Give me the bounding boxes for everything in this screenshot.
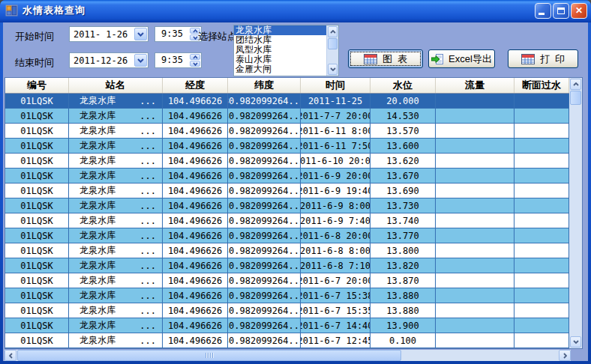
table-cell: 30.982099264... bbox=[228, 333, 301, 348]
print-button[interactable]: 打 印 bbox=[508, 49, 578, 68]
end-date-dropdown-icon[interactable] bbox=[134, 54, 147, 67]
station-listbox[interactable]: 龙泉水库 团结水库 凤型水库 泰山水库 金雁大闸 bbox=[233, 25, 339, 76]
table-row[interactable]: 01LQSK龙泉水库...104.49662630.982099264...20… bbox=[5, 303, 569, 318]
grid-vertical-scrollbar[interactable] bbox=[569, 78, 582, 348]
table-cell: 01LQSK bbox=[5, 273, 69, 288]
minimize-icon bbox=[538, 13, 544, 15]
table-row[interactable]: 01LQSK龙泉水库...104.49662630.982099264...20… bbox=[5, 273, 569, 288]
spinner-down-icon[interactable] bbox=[190, 61, 200, 67]
table-row[interactable]: 01LQSK龙泉水库...104.49662630.982099264...20… bbox=[5, 139, 569, 154]
table-cell bbox=[514, 333, 569, 348]
table-cell: 01LQSK bbox=[5, 228, 69, 243]
table-cell: 龙泉水库... bbox=[69, 303, 163, 318]
table-cell bbox=[514, 288, 569, 303]
table-row[interactable]: 01LQSK龙泉水库...104.49662630.982099264...20… bbox=[5, 124, 569, 139]
table-cell: 龙泉水库... bbox=[69, 258, 163, 273]
table-cell: 13.900 bbox=[370, 318, 436, 333]
start-time-spinner[interactable]: 9:35 bbox=[154, 26, 202, 42]
table-cell bbox=[514, 124, 569, 139]
maximize-button[interactable] bbox=[553, 3, 569, 19]
table-cell: 龙泉水库... bbox=[69, 169, 163, 183]
table-cell: 13.880 bbox=[370, 303, 436, 318]
table-row[interactable]: 01LQSK龙泉水库...104.49662630.982099264...20… bbox=[5, 109, 569, 124]
table-row[interactable]: 01LQSK龙泉水库...104.49662630.982099264...20… bbox=[5, 198, 569, 213]
column-header[interactable]: 流量 bbox=[436, 78, 514, 93]
table-cell bbox=[514, 318, 569, 333]
table-cell: 30.982099264... bbox=[228, 258, 301, 273]
table-cell: 2011-6-8 8:00 bbox=[301, 243, 370, 258]
start-date-picker[interactable]: 2011- 1-26 bbox=[69, 26, 148, 42]
start-date-dropdown-icon[interactable] bbox=[134, 28, 147, 40]
table-cell: 30.982099264... bbox=[228, 213, 301, 228]
table-cell: 30.982099264... bbox=[228, 124, 301, 139]
table-cell: 01LQSK bbox=[5, 333, 69, 348]
column-header[interactable]: 断面过水 bbox=[514, 78, 569, 93]
table-cell: 30.982099264... bbox=[228, 94, 301, 109]
table-cell: 2011-11-25 bbox=[301, 94, 370, 109]
table-cell: 13.800 bbox=[370, 243, 436, 258]
end-time-spinner[interactable]: 9:35 bbox=[154, 52, 202, 68]
excel-export-button[interactable]: Excel导出 bbox=[428, 49, 495, 68]
end-date-picker[interactable]: 2011-12-26 bbox=[69, 52, 148, 68]
table-cell: 104.496626 bbox=[163, 124, 228, 139]
column-header[interactable]: 经度 bbox=[163, 78, 228, 93]
listbox-scrollbar[interactable] bbox=[326, 25, 338, 76]
table-row[interactable]: 01LQSK龙泉水库...104.49662630.982099264...20… bbox=[5, 169, 569, 183]
table-cell bbox=[436, 288, 514, 303]
table-cell: 0.100 bbox=[370, 333, 436, 348]
table-row[interactable]: 01LQSK龙泉水库...104.49662630.982099264...20… bbox=[5, 183, 569, 198]
column-header[interactable]: 纬度 bbox=[228, 78, 301, 93]
table-row[interactable]: 01LQSK龙泉水库...104.49662630.982099264...20… bbox=[5, 333, 569, 348]
scroll-down-icon[interactable] bbox=[328, 64, 338, 75]
table-cell bbox=[436, 333, 514, 348]
column-header[interactable]: 站名 bbox=[69, 78, 163, 93]
table-row[interactable]: 01LQSK龙泉水库...104.49662630.982099264...20… bbox=[5, 94, 569, 109]
table-cell: 2011-6-7 15:35 bbox=[301, 303, 370, 318]
table-row[interactable]: 01LQSK龙泉水库...104.49662630.982099264...20… bbox=[5, 318, 569, 333]
table-row[interactable]: 01LQSK龙泉水库...104.49662630.982099264...20… bbox=[5, 213, 569, 228]
table-cell: 30.982099264... bbox=[228, 243, 301, 258]
scrollbar-thumb[interactable] bbox=[17, 350, 401, 361]
scrollbar-thumb[interactable] bbox=[570, 91, 581, 105]
scroll-up-icon[interactable] bbox=[328, 26, 338, 37]
app-window: 水情表格查询 ✕ 开始时间 2011- 1-26 9:35 结束时间 2011-… bbox=[0, 0, 591, 364]
table-cell: 13.690 bbox=[370, 183, 436, 198]
table-row[interactable]: 01LQSK龙泉水库...104.49662630.982099264...20… bbox=[5, 258, 569, 273]
list-item-station[interactable]: 金雁大闸 bbox=[234, 64, 326, 74]
scroll-left-icon[interactable] bbox=[4, 350, 16, 361]
column-header[interactable]: 时间 bbox=[301, 78, 370, 93]
table-row[interactable]: 01LQSK龙泉水库...104.49662630.982099264...20… bbox=[5, 288, 569, 303]
scroll-down-icon[interactable] bbox=[570, 336, 581, 348]
close-button[interactable]: ✕ bbox=[571, 3, 587, 19]
grid-horizontal-scrollbar[interactable] bbox=[4, 350, 571, 361]
table-cell: 104.496626 bbox=[163, 213, 228, 228]
table-cell: 2011-6-7 14:40 bbox=[301, 318, 370, 333]
table-cell: 13.730 bbox=[370, 198, 436, 213]
close-icon: ✕ bbox=[572, 5, 586, 16]
table-cell: 13.870 bbox=[370, 273, 436, 288]
scroll-up-icon[interactable] bbox=[570, 79, 581, 90]
table-cell: 104.496626 bbox=[163, 228, 228, 243]
table-cell bbox=[436, 109, 514, 124]
table-cell bbox=[436, 169, 514, 183]
titlebar[interactable]: 水情表格查询 ✕ bbox=[0, 0, 591, 22]
scrollbar-thumb[interactable] bbox=[328, 38, 338, 49]
chart-button[interactable]: 图 表 bbox=[348, 49, 423, 68]
table-cell: 龙泉水库... bbox=[69, 109, 163, 124]
column-header[interactable]: 编号 bbox=[5, 78, 69, 93]
data-grid: 编号 站名 经度 纬度 时间 水位 流量 断面过水 01LQSK龙泉水库...1… bbox=[4, 77, 583, 349]
column-header[interactable]: 水位 bbox=[370, 78, 436, 93]
table-cell: 104.496626 bbox=[163, 154, 228, 169]
table-cell bbox=[436, 124, 514, 139]
start-date-value: 2011- 1-26 bbox=[70, 29, 134, 40]
spinner-up-icon[interactable] bbox=[190, 54, 200, 60]
table-row[interactable]: 01LQSK龙泉水库...104.49662630.982099264...20… bbox=[5, 243, 569, 258]
minimize-button[interactable] bbox=[535, 3, 551, 19]
excel-button-label: Excel导出 bbox=[448, 52, 492, 66]
table-row[interactable]: 01LQSK龙泉水库...104.49662630.982099264...20… bbox=[5, 154, 569, 169]
table-cell: 104.496626 bbox=[163, 333, 228, 348]
scroll-right-icon[interactable] bbox=[559, 350, 571, 361]
table-row[interactable]: 01LQSK龙泉水库...104.49662630.982099264...20… bbox=[5, 228, 569, 243]
table-cell: 13.600 bbox=[370, 139, 436, 154]
table-cell: 104.496626 bbox=[163, 258, 228, 273]
